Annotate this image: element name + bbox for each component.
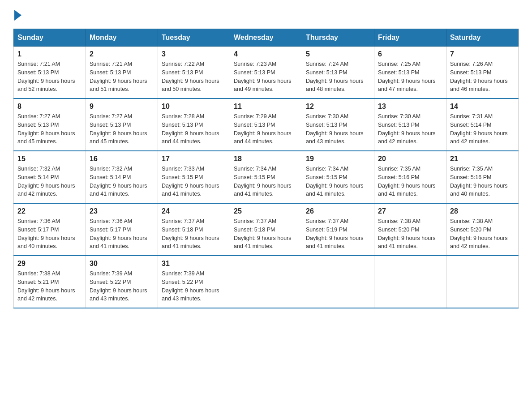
- day-number: 22: [17, 207, 82, 215]
- calendar-day-cell: [374, 256, 446, 308]
- day-info: Sunrise: 7:23 AMSunset: 5:13 PMDaylight:…: [234, 61, 292, 92]
- day-number: 28: [450, 207, 515, 215]
- calendar-day-cell: 7 Sunrise: 7:26 AMSunset: 5:13 PMDayligh…: [446, 47, 519, 99]
- calendar-week-row: 1 Sunrise: 7:21 AMSunset: 5:13 PMDayligh…: [14, 47, 519, 99]
- day-info: Sunrise: 7:27 AMSunset: 5:13 PMDaylight:…: [90, 113, 147, 145]
- day-info: Sunrise: 7:35 AMSunset: 5:16 PMDaylight:…: [378, 166, 436, 197]
- day-of-week-header: Sunday: [14, 29, 86, 47]
- calendar-day-cell: 13 Sunrise: 7:30 AMSunset: 5:13 PMDaylig…: [374, 98, 446, 151]
- day-number: 4: [234, 50, 298, 58]
- calendar-day-cell: 20 Sunrise: 7:35 AMSunset: 5:16 PMDaylig…: [374, 151, 446, 203]
- day-info: Sunrise: 7:37 AMSunset: 5:18 PMDaylight:…: [234, 218, 292, 249]
- day-number: 30: [90, 260, 154, 268]
- day-info: Sunrise: 7:36 AMSunset: 5:17 PMDaylight:…: [17, 218, 75, 249]
- day-info: Sunrise: 7:27 AMSunset: 5:13 PMDaylight:…: [17, 113, 75, 145]
- day-number: 31: [162, 260, 226, 268]
- calendar-table: SundayMondayTuesdayWednesdayThursdayFrid…: [13, 29, 519, 308]
- day-number: 27: [378, 207, 442, 215]
- day-number: 18: [234, 155, 298, 163]
- day-of-week-header: Monday: [86, 29, 158, 47]
- calendar-day-cell: 1 Sunrise: 7:21 AMSunset: 5:13 PMDayligh…: [14, 47, 86, 99]
- day-of-week-header: Saturday: [446, 29, 519, 47]
- calendar-day-cell: 24 Sunrise: 7:37 AMSunset: 5:18 PMDaylig…: [158, 203, 230, 256]
- calendar-day-cell: 5 Sunrise: 7:24 AMSunset: 5:13 PMDayligh…: [302, 47, 374, 99]
- day-number: 10: [162, 103, 226, 111]
- day-number: 20: [378, 155, 442, 163]
- day-info: Sunrise: 7:33 AMSunset: 5:15 PMDaylight:…: [162, 166, 219, 197]
- calendar-day-cell: 30 Sunrise: 7:39 AMSunset: 5:22 PMDaylig…: [86, 256, 158, 308]
- day-info: Sunrise: 7:22 AMSunset: 5:13 PMDaylight:…: [162, 61, 219, 92]
- calendar-day-cell: 3 Sunrise: 7:22 AMSunset: 5:13 PMDayligh…: [158, 47, 230, 99]
- day-info: Sunrise: 7:37 AMSunset: 5:18 PMDaylight:…: [162, 218, 219, 249]
- day-number: 8: [17, 103, 82, 111]
- page-header: [13, 9, 519, 21]
- calendar-day-cell: 25 Sunrise: 7:37 AMSunset: 5:18 PMDaylig…: [230, 203, 302, 256]
- day-info: Sunrise: 7:36 AMSunset: 5:17 PMDaylight:…: [90, 218, 147, 249]
- day-number: 26: [306, 207, 370, 215]
- calendar-header-row: SundayMondayTuesdayWednesdayThursdayFrid…: [14, 29, 519, 47]
- calendar-week-row: 29 Sunrise: 7:38 AMSunset: 5:21 PMDaylig…: [14, 256, 519, 308]
- calendar-day-cell: 16 Sunrise: 7:32 AMSunset: 5:14 PMDaylig…: [86, 151, 158, 203]
- calendar-day-cell: 6 Sunrise: 7:25 AMSunset: 5:13 PMDayligh…: [374, 47, 446, 99]
- day-number: 24: [162, 207, 226, 215]
- calendar-day-cell: 4 Sunrise: 7:23 AMSunset: 5:13 PMDayligh…: [230, 47, 302, 99]
- day-info: Sunrise: 7:38 AMSunset: 5:20 PMDaylight:…: [378, 218, 436, 249]
- day-info: Sunrise: 7:26 AMSunset: 5:13 PMDaylight:…: [450, 61, 508, 92]
- day-of-week-header: Thursday: [302, 29, 374, 47]
- day-number: 15: [17, 155, 82, 163]
- calendar-day-cell: 18 Sunrise: 7:34 AMSunset: 5:15 PMDaylig…: [230, 151, 302, 203]
- day-info: Sunrise: 7:30 AMSunset: 5:13 PMDaylight:…: [306, 113, 364, 145]
- day-of-week-header: Wednesday: [230, 29, 302, 47]
- day-number: 2: [90, 50, 154, 58]
- calendar-day-cell: 15 Sunrise: 7:32 AMSunset: 5:14 PMDaylig…: [14, 151, 86, 203]
- calendar-week-row: 8 Sunrise: 7:27 AMSunset: 5:13 PMDayligh…: [14, 98, 519, 151]
- calendar-day-cell: 27 Sunrise: 7:38 AMSunset: 5:20 PMDaylig…: [374, 203, 446, 256]
- day-number: 9: [90, 103, 154, 111]
- calendar-day-cell: 11 Sunrise: 7:29 AMSunset: 5:13 PMDaylig…: [230, 98, 302, 151]
- calendar-week-row: 22 Sunrise: 7:36 AMSunset: 5:17 PMDaylig…: [14, 203, 519, 256]
- day-number: 11: [234, 103, 298, 111]
- calendar-day-cell: 22 Sunrise: 7:36 AMSunset: 5:17 PMDaylig…: [14, 203, 86, 256]
- day-of-week-header: Friday: [374, 29, 446, 47]
- calendar-day-cell: 19 Sunrise: 7:34 AMSunset: 5:15 PMDaylig…: [302, 151, 374, 203]
- day-info: Sunrise: 7:21 AMSunset: 5:13 PMDaylight:…: [17, 61, 75, 92]
- day-number: 17: [162, 155, 226, 163]
- day-info: Sunrise: 7:38 AMSunset: 5:21 PMDaylight:…: [17, 270, 75, 302]
- calendar-day-cell: 2 Sunrise: 7:21 AMSunset: 5:13 PMDayligh…: [86, 47, 158, 99]
- day-number: 6: [378, 50, 442, 58]
- calendar-day-cell: 12 Sunrise: 7:30 AMSunset: 5:13 PMDaylig…: [302, 98, 374, 151]
- day-info: Sunrise: 7:21 AMSunset: 5:13 PMDaylight:…: [90, 61, 147, 92]
- calendar-day-cell: 21 Sunrise: 7:35 AMSunset: 5:16 PMDaylig…: [446, 151, 519, 203]
- logo-triangle-icon: [14, 10, 21, 21]
- calendar-day-cell: [446, 256, 519, 308]
- day-info: Sunrise: 7:31 AMSunset: 5:14 PMDaylight:…: [450, 113, 508, 145]
- day-info: Sunrise: 7:39 AMSunset: 5:22 PMDaylight:…: [162, 270, 219, 302]
- day-number: 5: [306, 50, 370, 58]
- day-info: Sunrise: 7:28 AMSunset: 5:13 PMDaylight:…: [162, 113, 219, 145]
- day-info: Sunrise: 7:34 AMSunset: 5:15 PMDaylight:…: [306, 166, 364, 197]
- calendar-day-cell: 31 Sunrise: 7:39 AMSunset: 5:22 PMDaylig…: [158, 256, 230, 308]
- calendar-day-cell: 9 Sunrise: 7:27 AMSunset: 5:13 PMDayligh…: [86, 98, 158, 151]
- day-info: Sunrise: 7:29 AMSunset: 5:13 PMDaylight:…: [234, 113, 292, 145]
- calendar-day-cell: 10 Sunrise: 7:28 AMSunset: 5:13 PMDaylig…: [158, 98, 230, 151]
- day-info: Sunrise: 7:34 AMSunset: 5:15 PMDaylight:…: [234, 166, 292, 197]
- day-info: Sunrise: 7:38 AMSunset: 5:20 PMDaylight:…: [450, 218, 508, 249]
- day-number: 16: [90, 155, 154, 163]
- day-info: Sunrise: 7:37 AMSunset: 5:19 PMDaylight:…: [306, 218, 364, 249]
- day-info: Sunrise: 7:32 AMSunset: 5:14 PMDaylight:…: [90, 166, 147, 197]
- calendar-day-cell: 28 Sunrise: 7:38 AMSunset: 5:20 PMDaylig…: [446, 203, 519, 256]
- day-info: Sunrise: 7:30 AMSunset: 5:13 PMDaylight:…: [378, 113, 436, 145]
- day-number: 7: [450, 50, 515, 58]
- calendar-day-cell: [302, 256, 374, 308]
- calendar-day-cell: 29 Sunrise: 7:38 AMSunset: 5:21 PMDaylig…: [14, 256, 86, 308]
- calendar-day-cell: [230, 256, 302, 308]
- day-number: 1: [17, 50, 82, 58]
- day-info: Sunrise: 7:24 AMSunset: 5:13 PMDaylight:…: [306, 61, 364, 92]
- day-number: 23: [90, 207, 154, 215]
- day-number: 13: [378, 103, 442, 111]
- calendar-day-cell: 14 Sunrise: 7:31 AMSunset: 5:14 PMDaylig…: [446, 98, 519, 151]
- calendar-day-cell: 8 Sunrise: 7:27 AMSunset: 5:13 PMDayligh…: [14, 98, 86, 151]
- calendar-day-cell: 26 Sunrise: 7:37 AMSunset: 5:19 PMDaylig…: [302, 203, 374, 256]
- day-number: 21: [450, 155, 515, 163]
- calendar-week-row: 15 Sunrise: 7:32 AMSunset: 5:14 PMDaylig…: [14, 151, 519, 203]
